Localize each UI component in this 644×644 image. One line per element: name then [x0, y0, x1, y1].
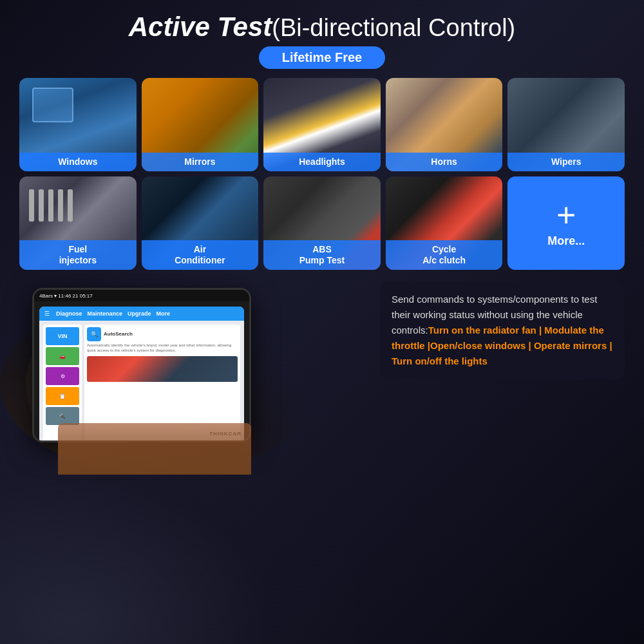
- feature-row-1: Windows Mirrors Headlights Horns Wipers: [19, 78, 625, 171]
- badge-row: Lifetime Free: [19, 46, 625, 69]
- title-bold-part: Active Test: [129, 12, 272, 42]
- tablet-nav-more[interactable]: More: [156, 310, 171, 317]
- ac-label: AirConditioner: [142, 240, 259, 270]
- windows-label: Windows: [19, 153, 137, 171]
- hamburger-icon: ☰: [44, 310, 50, 317]
- tablet-statusbar: 4Bars ▾ 11:46 21 05:17: [34, 290, 249, 301]
- feature-more[interactable]: + More...: [507, 176, 625, 270]
- feature-headlights: Headlights: [263, 78, 381, 171]
- headlights-label: Headlights: [263, 153, 381, 171]
- horns-label: Horns: [386, 153, 503, 171]
- lifetime-badge: Lifetime Free: [259, 46, 385, 69]
- vin-label: VIN: [57, 333, 67, 339]
- feature-windows: Windows: [19, 78, 137, 171]
- title-normal-part: (Bi-directional Control): [272, 14, 515, 41]
- feature-abs: ABSPump Test: [263, 176, 381, 270]
- page-title: Active Test(Bi-directional Control): [19, 12, 625, 43]
- autosearch-title: AutoSearch: [104, 331, 133, 337]
- tablet-car-button[interactable]: 🚗: [46, 347, 79, 365]
- tablet-nav-upgrade[interactable]: Upgrade: [128, 310, 151, 317]
- tablet-device: 4Bars ▾ 11:46 21 05:17 ☰ Diagnose Mainte…: [32, 288, 251, 442]
- more-image: + More...: [507, 176, 625, 270]
- tablet-screen: ☰ Diagnose Maintenance Upgrade More VIN: [39, 307, 244, 442]
- abs-label: ABSPump Test: [263, 240, 381, 270]
- car-repair-image: [87, 356, 238, 382]
- tablet-vin-button[interactable]: VIN: [46, 327, 79, 345]
- fuel-label: Fuelinjectors: [19, 240, 137, 270]
- feature-fuel: Fuelinjectors: [19, 176, 137, 270]
- autosearch-icon: 🔍: [87, 327, 101, 341]
- more-label: More...: [547, 234, 585, 248]
- tablet-nav-maintenance[interactable]: Maintenance: [88, 310, 123, 317]
- more-plus-icon: +: [556, 198, 576, 232]
- feature-mirrors: Mirrors: [142, 78, 259, 171]
- feature-row-2: Fuelinjectors AirConditioner ABSPump Tes…: [19, 176, 625, 270]
- feature-wipers: Wipers: [507, 78, 625, 171]
- bottom-section: 4Bars ▾ 11:46 21 05:17 ☰ Diagnose Mainte…: [19, 275, 625, 475]
- tablet-nav-bar: ☰ Diagnose Maintenance Upgrade More: [39, 307, 244, 321]
- tablet-nav-diagnose[interactable]: Diagnose: [56, 310, 82, 317]
- hand-holding-tablet: [58, 423, 251, 475]
- feature-cycle: CycleA/c clutch: [386, 176, 503, 270]
- cycle-label: CycleA/c clutch: [386, 240, 503, 270]
- feature-ac: AirConditioner: [142, 176, 259, 270]
- mirrors-label: Mirrors: [142, 153, 259, 171]
- tablet-time: 4Bars ▾ 11:46 21 05:17: [39, 293, 93, 299]
- tablet-area: 4Bars ▾ 11:46 21 05:17 ☰ Diagnose Mainte…: [19, 275, 370, 475]
- autosearch-description: Automatically identify the vehicle's bra…: [87, 343, 238, 354]
- tablet-plugin-button[interactable]: 🔌: [46, 407, 79, 425]
- autosearch-header: 🔍 AutoSearch: [87, 327, 238, 341]
- feature-horns: Horns: [386, 78, 503, 171]
- tablet-gear-button[interactable]: ⚙: [46, 367, 79, 385]
- wipers-label: Wipers: [507, 153, 625, 171]
- tablet-list-button[interactable]: 📋: [46, 387, 79, 405]
- description-box: Send commands to systems/components to t…: [380, 281, 625, 379]
